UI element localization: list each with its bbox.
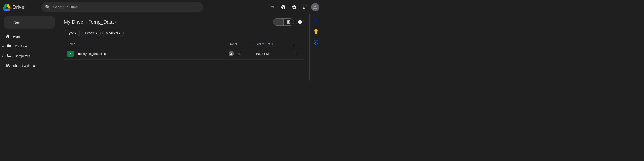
- sort-asc-icon[interactable]: ↓: [272, 42, 273, 46]
- filter-people-chevron: ▾: [96, 31, 97, 35]
- col-modified-label: Last m...: [256, 42, 267, 46]
- right-rail: [310, 14, 322, 80]
- main-content: My Drive › Temp_Data ▾: [58, 14, 310, 80]
- file-list: Name Owner Last m... ▼ ↓ ⋮ X employ: [64, 40, 304, 60]
- row-actions-cell: ⋮: [292, 50, 300, 57]
- grid-view-button[interactable]: [284, 19, 294, 26]
- list-view-button[interactable]: [273, 19, 283, 26]
- row-menu-button[interactable]: ⋮: [292, 50, 300, 57]
- shared-icon: [6, 63, 10, 68]
- keep-rail-icon[interactable]: [312, 27, 320, 36]
- new-plus-icon: +: [8, 20, 11, 25]
- sidebar-item-computers[interactable]: ▶ Computers: [0, 52, 55, 60]
- table-row[interactable]: X employees_data.xlsx me 10:17 PM ⋮: [64, 48, 304, 60]
- filter-type-label: Type: [67, 31, 74, 35]
- col-name-header: Name: [68, 42, 228, 46]
- col-modified-header: Last m... ▼ ↓: [256, 42, 292, 46]
- new-button-label: New: [14, 20, 21, 24]
- top-bar: Drive 🔍: [0, 0, 322, 14]
- filter-type-button[interactable]: Type ▾: [64, 30, 80, 36]
- search-options-button[interactable]: [268, 3, 277, 12]
- apps-button[interactable]: [300, 3, 310, 12]
- help-button[interactable]: [279, 3, 288, 12]
- calendar-rail-icon[interactable]: [312, 16, 320, 25]
- owner-avatar: [228, 51, 234, 56]
- filter-modified-label: Modified: [106, 31, 118, 35]
- info-button[interactable]: [296, 18, 304, 26]
- breadcrumb-current: Temp_Data ▾: [88, 19, 117, 25]
- sidebar-item-home-label: Home: [13, 35, 21, 38]
- computers-expand-icon: ▶: [2, 54, 4, 58]
- excel-file-icon: X: [68, 50, 74, 57]
- col-owner-header: Owner: [228, 42, 256, 46]
- sidebar-item-computers-label: Computers: [14, 54, 30, 58]
- breadcrumb-parent[interactable]: My Drive: [64, 19, 83, 25]
- logo-area: Drive: [3, 4, 39, 11]
- filter-type-chevron: ▾: [75, 31, 76, 35]
- main-layout: + New Home ▶ My Drive ▶: [0, 14, 322, 80]
- file-name[interactable]: employees_data.xlsx: [76, 52, 228, 56]
- owner-cell: me: [228, 51, 256, 56]
- home-icon: [6, 34, 10, 39]
- view-toggle-group: [273, 18, 294, 26]
- col-actions-header: ⋮: [292, 42, 300, 46]
- tasks-rail-icon[interactable]: [312, 38, 320, 47]
- sidebar: + New Home ▶ My Drive ▶: [0, 14, 58, 80]
- filter-people-button[interactable]: People ▾: [82, 30, 101, 36]
- settings-button[interactable]: [290, 3, 299, 12]
- user-avatar[interactable]: [311, 3, 319, 11]
- new-button[interactable]: + New: [4, 16, 55, 28]
- sort-desc-icon[interactable]: ▼: [268, 42, 271, 46]
- mydrive-icon: [7, 44, 12, 49]
- owner-name: me: [236, 52, 240, 56]
- sidebar-item-shared[interactable]: Shared with me: [0, 61, 55, 70]
- svg-rect-0: [314, 19, 318, 23]
- sidebar-item-mydrive-label: My Drive: [14, 44, 27, 48]
- top-right-icons: [268, 3, 319, 12]
- breadcrumb: My Drive › Temp_Data ▾: [64, 18, 304, 26]
- excel-icon-label: X: [70, 52, 72, 55]
- search-input[interactable]: [53, 5, 200, 9]
- modified-cell: 10:17 PM: [256, 52, 292, 56]
- sidebar-item-shared-label: Shared with me: [13, 64, 35, 68]
- filter-people-label: People: [85, 31, 95, 35]
- search-bar[interactable]: 🔍: [41, 2, 203, 12]
- app-title: Drive: [12, 4, 24, 10]
- filter-modified-chevron: ▾: [119, 31, 120, 35]
- breadcrumb-separator: ›: [85, 20, 87, 25]
- breadcrumb-current-label[interactable]: Temp_Data: [88, 19, 114, 25]
- sidebar-item-home[interactable]: Home: [0, 32, 55, 41]
- file-list-header: Name Owner Last m... ▼ ↓ ⋮: [64, 40, 304, 48]
- computers-icon: [7, 53, 12, 58]
- search-icon: 🔍: [45, 4, 50, 10]
- col-actions-menu-icon[interactable]: ⋮: [292, 42, 295, 46]
- drive-logo-icon: [3, 4, 11, 11]
- filters: Type ▾ People ▾ Modified ▾: [64, 30, 304, 36]
- mydrive-expand-icon: ▶: [2, 45, 4, 48]
- breadcrumb-chevron-icon[interactable]: ▾: [115, 20, 117, 24]
- filter-modified-button[interactable]: Modified ▾: [102, 30, 124, 36]
- sidebar-item-mydrive[interactable]: ▶ My Drive: [0, 42, 55, 50]
